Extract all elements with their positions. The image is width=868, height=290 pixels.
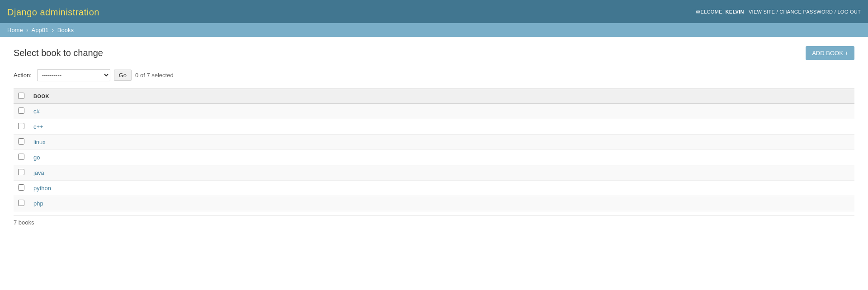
table-row: python: [14, 181, 854, 196]
user-tools: WELCOME, KELVIN VIEW SITE / CHANGE PASSW…: [696, 9, 861, 14]
table-body: c#c++linuxgojavapythonphp: [14, 104, 854, 211]
row-checkbox[interactable]: [18, 200, 24, 206]
row-checkbox-cell: [14, 165, 29, 181]
page-title: Select book to change: [14, 48, 103, 58]
action-bar: Action: ---------- Delete selected books…: [14, 69, 854, 81]
book-name-cell: c#: [29, 104, 854, 119]
row-checkbox[interactable]: [18, 138, 24, 145]
breadcrumb-sep1: ›: [26, 27, 28, 33]
book-name-cell: java: [29, 165, 854, 181]
add-book-button[interactable]: ADD BOOK +: [806, 46, 854, 60]
breadcrumb-sep2: ›: [52, 27, 54, 33]
row-checkbox-cell: [14, 181, 29, 196]
site-title: Django administration: [7, 5, 99, 19]
row-checkbox-cell: [14, 119, 29, 135]
breadcrumb: Home › App01 › Books: [0, 23, 868, 37]
book-link[interactable]: c#: [33, 108, 40, 115]
breadcrumb-app[interactable]: App01: [32, 27, 49, 33]
row-checkbox[interactable]: [18, 108, 24, 114]
table-row: go: [14, 150, 854, 165]
book-link[interactable]: python: [33, 185, 51, 192]
book-link[interactable]: java: [33, 169, 44, 176]
book-name-cell: linux: [29, 135, 854, 150]
change-password-link[interactable]: CHANGE PASSWORD: [779, 9, 833, 14]
row-checkbox-cell: [14, 150, 29, 165]
view-site-link[interactable]: VIEW SITE: [749, 9, 775, 14]
go-button[interactable]: Go: [114, 70, 132, 81]
row-checkbox[interactable]: [18, 154, 24, 160]
book-name-cell: go: [29, 150, 854, 165]
book-link[interactable]: c++: [33, 123, 43, 130]
row-checkbox[interactable]: [18, 169, 24, 175]
book-link[interactable]: linux: [33, 139, 46, 145]
table-row: c++: [14, 119, 854, 135]
row-checkbox-cell: [14, 196, 29, 211]
row-checkbox[interactable]: [18, 184, 24, 191]
selected-count: 0 of 7 selected: [135, 72, 174, 79]
table-row: linux: [14, 135, 854, 150]
book-name-cell: c++: [29, 119, 854, 135]
select-all-checkbox[interactable]: [18, 93, 24, 99]
book-name-cell: python: [29, 181, 854, 196]
table-row: php: [14, 196, 854, 211]
table-header-row: BOOK: [14, 89, 854, 104]
book-name-cell: php: [29, 196, 854, 211]
select-all-header: [14, 89, 29, 104]
breadcrumb-home[interactable]: Home: [7, 27, 23, 33]
site-title-link[interactable]: Django administration: [7, 7, 99, 17]
row-checkbox-cell: [14, 135, 29, 150]
table-head: BOOK: [14, 89, 854, 104]
result-count: 7 books: [14, 215, 854, 229]
book-column-header: BOOK: [29, 89, 854, 104]
action-select[interactable]: ---------- Delete selected books: [37, 69, 110, 81]
page-header: Select book to change ADD BOOK +: [14, 46, 854, 60]
log-out-link[interactable]: LOG OUT: [837, 9, 861, 14]
table-row: c#: [14, 104, 854, 119]
row-checkbox-cell: [14, 104, 29, 119]
action-label: Action:: [14, 72, 32, 79]
site-header: Django administration WELCOME, KELVIN VI…: [0, 0, 868, 23]
row-checkbox[interactable]: [18, 123, 24, 129]
book-link[interactable]: go: [33, 154, 40, 161]
books-table: BOOK c#c++linuxgojavapythonphp: [14, 89, 854, 211]
welcome-text: WELCOME,: [696, 9, 724, 14]
table-row: java: [14, 165, 854, 181]
content-main: Select book to change ADD BOOK + Action:…: [0, 37, 868, 239]
book-link[interactable]: php: [33, 200, 43, 207]
breadcrumb-current: Books: [57, 27, 74, 33]
username: KELVIN: [726, 9, 744, 14]
